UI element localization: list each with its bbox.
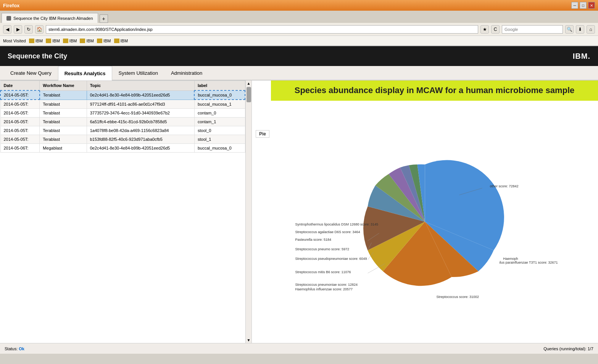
status-bar: Status: Ok Queries (running/total): 1/7 xyxy=(0,343,598,354)
home-button[interactable]: 🏠 xyxy=(35,25,44,34)
cell-topic: 6a51ffc4-ebbe-415c-81cd-92b0cb7858d5 xyxy=(87,118,194,126)
cell-workflow: Terablast xyxy=(40,100,87,109)
cell-topic: 977124ff-df91-4101-ac86-ae0d1c47f9d3 xyxy=(87,100,194,109)
maximize-button[interactable]: □ xyxy=(580,2,587,9)
bookmark-ibm-2[interactable]: IBM xyxy=(46,39,60,43)
scroll-down-arrow[interactable]: ▼ xyxy=(247,338,251,342)
bookmark-ibm-4[interactable]: IBM xyxy=(80,39,94,43)
folder-icon xyxy=(114,39,119,43)
search-icon[interactable]: 🔍 xyxy=(565,25,574,34)
window-controls: ─ □ ✕ xyxy=(571,2,595,9)
cell-date: 2014-05-05T: xyxy=(0,109,40,118)
label-haemo-para-2: ilus parainfluenzae T3T1 score: 32671 xyxy=(500,261,558,264)
cell-label: contam_0 xyxy=(194,109,245,118)
table-row[interactable]: 2014-05-05T: Terablast 977124ff-df91-410… xyxy=(0,100,245,109)
back-button[interactable]: ◀ xyxy=(3,25,11,34)
download-icon[interactable]: ⬇ xyxy=(576,25,584,34)
cell-label: buccal_mucosa_0 xyxy=(194,144,245,153)
tab-create-new-query[interactable]: Create New Query xyxy=(4,66,58,80)
cell-label: buccal_mucosa_0 xyxy=(194,90,245,100)
bookmark-ibm-6[interactable]: IBM xyxy=(114,39,128,43)
search-bar[interactable] xyxy=(502,25,563,34)
scroll-up-arrow[interactable]: ▲ xyxy=(247,81,251,85)
tab-administration[interactable]: Administration xyxy=(164,66,209,80)
cell-date: 2014-05-06T: xyxy=(0,144,40,153)
scroll-thumb[interactable] xyxy=(247,87,251,102)
bookmark-ibm-5[interactable]: IBM xyxy=(97,39,111,43)
chart-area: Species abundance display in MCAW for a … xyxy=(252,81,598,343)
label-haemo-para: Haemoph xyxy=(503,257,518,261)
folder-icon xyxy=(29,39,34,43)
queries-section: Queries (running/total): 1/7 xyxy=(543,346,593,351)
table-area: Date Workflow Name Topic label 2014-05-0… xyxy=(0,81,252,343)
new-tab-button[interactable]: + xyxy=(100,14,108,23)
tab-label: Create New Query xyxy=(10,70,52,76)
pie-label: Pie xyxy=(256,130,269,138)
nav-bar: ◀ ▶ ↻ 🏠 ★ C 🔍 ⬇ ⌂ xyxy=(0,23,598,36)
table-scroll[interactable]: Date Workflow Name Topic label 2014-05-0… xyxy=(0,81,245,343)
bookmark-ibm-3[interactable]: IBM xyxy=(63,39,77,43)
bookmark-ibm-1[interactable]: IBM xyxy=(29,39,43,43)
bookmark-label: IBM xyxy=(121,39,128,43)
cell-date: 2014-05-05T: xyxy=(0,126,40,135)
table-row[interactable]: 2014-05-05T: Terablast 6a51ffc4-ebbe-415… xyxy=(0,118,245,126)
cell-date: 2014-05-05T: xyxy=(0,135,40,144)
label-other: other score: 72842 xyxy=(490,184,519,188)
title-bar: Firefox ─ □ ✕ xyxy=(0,0,598,11)
refresh-button[interactable]: ↻ xyxy=(24,25,33,34)
cell-topic: 0e2c4d41-8e30-4e84-b99b-42051eed26d5 xyxy=(87,144,194,153)
bookmark-label: IBM xyxy=(86,39,94,43)
label-strep-pseudo: Streptococcus pseudopneumoniae score: 60… xyxy=(295,257,367,261)
cell-date: 2014-05-05T: xyxy=(0,90,40,100)
reload-button[interactable]: C xyxy=(491,25,500,34)
folder-icon xyxy=(80,39,85,43)
queries-label: Queries (running/total): 1/7 xyxy=(543,346,593,351)
label-strep-agal: Streptococcus agalactiae D6S score: 3464 xyxy=(295,230,360,234)
bookmark-label: IBM xyxy=(103,39,111,43)
ibm-logo: IBM. xyxy=(573,52,590,61)
cell-topic: b153fd88-82f5-40c6-923d971aba0cfb5 xyxy=(87,135,194,144)
minimize-button[interactable]: ─ xyxy=(571,2,578,9)
status-section: Status: Ok xyxy=(5,346,24,351)
folder-icon xyxy=(46,39,51,43)
scroll-track[interactable]: ▲ ▼ xyxy=(245,81,251,343)
cell-date: 2014-05-05T: xyxy=(0,100,40,109)
bookmark-most-visited[interactable]: Most Visited xyxy=(3,39,26,43)
bookmark-button[interactable]: ★ xyxy=(480,25,489,34)
tab-results-analytics[interactable]: Results Analytics xyxy=(58,66,112,81)
cell-workflow: Terablast xyxy=(40,90,87,100)
tab-bar: Sequence the City IBM Research Almaden + xyxy=(0,11,598,23)
label-haemo-inf: Haemophilus influenzae score: 20577 xyxy=(295,287,353,291)
forward-button[interactable]: ▶ xyxy=(14,25,22,34)
home-nav-icon[interactable]: ⌂ xyxy=(587,25,595,34)
folder-icon xyxy=(63,39,68,43)
app-header: Sequence the City IBM. xyxy=(0,46,598,66)
bookmarks-bar: Most Visited IBM IBM IBM IBM IBM IBM xyxy=(0,36,598,46)
cell-topic: 1a4078f8-be08-42da-a469-1156c6823a84 xyxy=(87,126,194,135)
close-button[interactable]: ✕ xyxy=(588,2,595,9)
cell-label: buccal_mucosa_1 xyxy=(194,100,245,109)
table-row[interactable]: 2014-05-05T: Terablast 37735729-3476-4ec… xyxy=(0,109,245,118)
col-date: Date xyxy=(0,81,40,91)
col-topic: Topic xyxy=(87,81,194,91)
table-row[interactable]: 2014-05-06T: Megablast 0e2c4d41-8e30-4e8… xyxy=(0,144,245,153)
col-label: label xyxy=(194,81,245,91)
cell-workflow: Terablast xyxy=(40,118,87,126)
cell-workflow: Terablast xyxy=(40,109,87,118)
table-row[interactable]: 2014-05-05T: Terablast 1a4078f8-be08-42d… xyxy=(0,126,245,135)
table-row[interactable]: 2014-05-05T: Terablast 0e2c4d41-8e30-4e8… xyxy=(0,90,245,100)
cell-workflow: Terablast xyxy=(40,135,87,144)
status-value: Ok xyxy=(19,346,24,351)
tab-label: Administration xyxy=(171,70,202,76)
app-container: Sequence the City IBM. Create New Query … xyxy=(0,46,598,354)
address-bar[interactable] xyxy=(46,25,478,34)
folder-icon xyxy=(97,39,102,43)
tab-system-utilization[interactable]: System Utilization xyxy=(112,66,164,80)
data-table: Date Workflow Name Topic label 2014-05-0… xyxy=(0,81,245,153)
bookmark-label: IBM xyxy=(35,39,43,43)
status-label: Status: xyxy=(5,346,18,351)
table-row[interactable]: 2014-05-05T: Terablast b153fd88-82f5-40c… xyxy=(0,135,245,144)
bookmark-label: IBM xyxy=(69,39,77,43)
label-pasteurella: Pasteurella score: 5184 xyxy=(295,238,332,242)
browser-tab[interactable]: Sequence the City IBM Research Almaden xyxy=(2,13,98,23)
